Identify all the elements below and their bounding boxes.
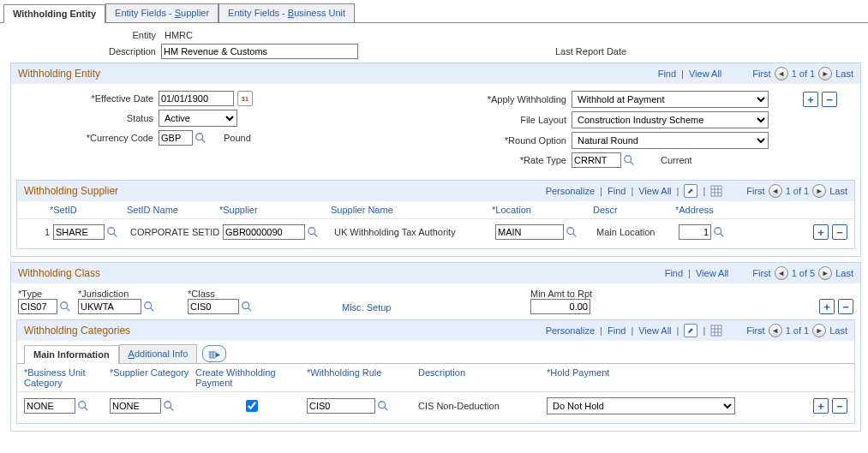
tab-entity-fields-supplier[interactable]: Entity Fields - Supplier — [105, 3, 218, 22]
col-withholding-rule[interactable]: *Withholding Rule — [307, 367, 418, 388]
class-find-link[interactable]: Find — [665, 268, 683, 278]
entity-add-row-icon[interactable]: + — [803, 92, 818, 107]
description-input[interactable] — [161, 44, 358, 59]
categories-last-link[interactable]: Last — [829, 325, 847, 336]
categories-personalize-link[interactable]: Personalize — [546, 325, 595, 336]
tab-entity-fields-bu[interactable]: Entity Fields - Business Unit — [218, 3, 355, 22]
supplier-lookup-icon[interactable] — [307, 226, 319, 238]
entity-prev-icon[interactable]: ◄ — [775, 67, 788, 80]
apply-withholding-select[interactable]: Withhold at Payment — [572, 91, 769, 108]
categories-download-grid-icon[interactable] — [710, 325, 722, 337]
location-input[interactable] — [495, 224, 564, 240]
currency-lookup-icon[interactable] — [195, 132, 207, 144]
supplier-delete-row-icon[interactable]: − — [832, 224, 847, 240]
supplier-prev-icon[interactable]: ◄ — [769, 184, 782, 198]
class-next-icon[interactable]: ► — [818, 266, 832, 280]
type-lookup-icon[interactable] — [59, 301, 71, 313]
col-location[interactable]: *Location — [492, 205, 593, 215]
col-description[interactable]: Description — [418, 367, 547, 388]
setid-lookup-icon[interactable] — [106, 226, 118, 238]
col-descr[interactable]: Descr — [593, 205, 675, 215]
categories-viewall-link[interactable]: View All — [638, 325, 671, 336]
currency-name: Pound — [224, 133, 251, 143]
supplier-zoom-icon[interactable]: ⬈ — [684, 184, 697, 198]
supplier-add-row-icon[interactable]: + — [813, 224, 829, 240]
address-input[interactable] — [679, 224, 711, 240]
effective-date-input[interactable] — [159, 91, 234, 106]
tab-label-post: usiness Unit — [294, 8, 345, 18]
col-create-payment[interactable]: Create Withholding Payment — [195, 367, 307, 388]
setid-input[interactable] — [53, 224, 105, 240]
col-supplier[interactable]: *Supplier — [219, 205, 331, 215]
class-prev-icon[interactable]: ◄ — [775, 266, 788, 280]
col-bu-category[interactable]: *Business Unit Category — [24, 367, 110, 388]
misc-setup-link[interactable]: Misc. Setup — [342, 302, 391, 313]
col-supplier-name[interactable]: Supplier Name — [331, 205, 492, 215]
entity-last-link[interactable]: Last — [835, 69, 853, 79]
bu-category-lookup-icon[interactable] — [77, 400, 89, 412]
supplier-find-link[interactable]: Find — [608, 186, 626, 196]
subtab-main-information[interactable]: Main Information — [24, 345, 119, 364]
supplier-input[interactable] — [223, 224, 305, 240]
jurisdiction-input[interactable] — [78, 299, 141, 314]
categories-zoom-icon[interactable]: ⬈ — [684, 324, 697, 337]
supplier-next-icon[interactable]: ► — [812, 184, 826, 198]
categories-next-icon[interactable]: ► — [812, 324, 826, 337]
category-add-row-icon[interactable]: + — [813, 398, 829, 414]
class-last-link[interactable]: Last — [835, 268, 853, 278]
category-delete-row-icon[interactable]: − — [832, 398, 847, 414]
rate-type-name: Current — [661, 155, 692, 165]
col-setid-name[interactable]: SetID Name — [127, 205, 219, 215]
min-amt-input[interactable] — [530, 299, 590, 314]
type-input[interactable] — [18, 299, 57, 314]
class-first-link[interactable]: First — [752, 268, 770, 278]
entity-label: Entity — [10, 30, 156, 40]
expand-all-tabs-icon[interactable]: ▥▸ — [202, 345, 226, 362]
supplier-last-link[interactable]: Last — [829, 186, 847, 196]
categories-find-link[interactable]: Find — [608, 325, 626, 336]
jurisdiction-lookup-icon[interactable] — [143, 301, 155, 313]
round-option-select[interactable]: Natural Round — [572, 132, 769, 149]
withholding-rule-lookup-icon[interactable] — [377, 400, 389, 412]
file-layout-select[interactable]: Construction Industry Scheme — [572, 111, 769, 128]
entity-find-link[interactable]: Find — [658, 69, 676, 79]
tab-label-post: upplier — [181, 8, 209, 18]
entity-delete-row-icon[interactable]: − — [822, 92, 837, 107]
col-setid[interactable]: *SetID — [50, 205, 127, 215]
status-select[interactable]: Active — [159, 110, 237, 127]
entity-viewall-link[interactable]: View All — [689, 69, 721, 79]
col-supplier-category[interactable]: *Supplier Category — [110, 367, 195, 388]
class-input[interactable] — [188, 299, 239, 314]
col-hold-payment[interactable]: *Hold Payment — [547, 367, 744, 388]
class-delete-row-icon[interactable]: − — [838, 299, 853, 314]
class-label: *Class — [188, 289, 342, 299]
categories-first-link[interactable]: First — [746, 325, 764, 336]
supplier-first-link[interactable]: First — [746, 186, 764, 196]
calendar-icon[interactable]: 31 — [237, 91, 253, 106]
rate-type-input[interactable] — [572, 152, 621, 168]
bu-category-input[interactable] — [24, 398, 75, 414]
categories-prev-icon[interactable]: ◄ — [769, 324, 782, 337]
entity-next-icon[interactable]: ► — [818, 67, 832, 80]
class-lookup-icon[interactable] — [241, 301, 253, 313]
supplier-viewall-link[interactable]: View All — [638, 186, 671, 196]
hold-payment-select[interactable]: Do Not Hold — [547, 397, 735, 414]
tab-withholding-entity[interactable]: Withholding Entity — [3, 4, 105, 23]
rate-type-lookup-icon[interactable] — [623, 154, 635, 166]
supplier-category-input[interactable] — [110, 398, 161, 414]
subtab-additional-info[interactable]: Additional Info — [119, 344, 198, 363]
entity-first-link[interactable]: First — [752, 69, 770, 79]
withholding-rule-input[interactable] — [307, 398, 375, 414]
address-lookup-icon[interactable] — [713, 226, 725, 238]
supplier-download-grid-icon[interactable] — [710, 185, 722, 197]
row-num: 1 — [24, 227, 53, 237]
supplier-category-lookup-icon[interactable] — [163, 400, 175, 412]
class-viewall-link[interactable]: View All — [696, 268, 728, 278]
supplier-personalize-link[interactable]: Personalize — [546, 186, 595, 196]
create-payment-checkbox[interactable] — [246, 400, 258, 412]
col-address[interactable]: *Address — [675, 205, 740, 215]
currency-code-input[interactable] — [159, 130, 193, 146]
location-lookup-icon[interactable] — [566, 226, 578, 238]
class-add-row-icon[interactable]: + — [819, 299, 835, 314]
supplier-row: 1 CORPORATE SETID UK Wit — [17, 219, 854, 248]
